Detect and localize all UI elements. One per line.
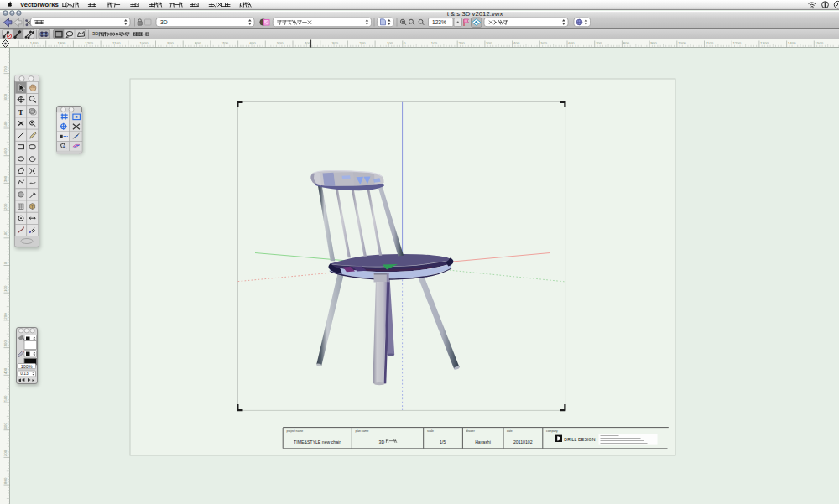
svg-text:200: 200	[3, 203, 8, 210]
svg-text:300: 300	[486, 41, 492, 45]
svg-text:1300: 1300	[58, 41, 66, 45]
svg-text:800: 800	[3, 477, 8, 484]
svg-text:0.13: 0.13	[20, 372, 29, 376]
svg-text:3D: 3D	[92, 31, 98, 36]
svg-text:500: 500	[541, 41, 548, 45]
svg-text:400: 400	[513, 41, 520, 45]
svg-text:300: 300	[3, 175, 8, 182]
svg-text:1500: 1500	[816, 41, 824, 45]
svg-text:3D: 3D	[160, 19, 168, 25]
svg-text:100: 100	[387, 41, 393, 45]
svg-text:1100: 1100	[112, 41, 121, 45]
svg-text:1100: 1100	[706, 41, 714, 45]
svg-text:1300: 1300	[760, 41, 769, 45]
svg-text:400: 400	[3, 148, 8, 155]
svg-text:1000: 1000	[140, 41, 149, 45]
svg-text:0: 0	[3, 262, 8, 264]
svg-text:600: 600	[568, 41, 575, 45]
svg-text:1400: 1400	[30, 41, 39, 45]
svg-text:600: 600	[3, 423, 8, 429]
svg-text:1200: 1200	[732, 41, 741, 45]
svg-text:400: 400	[3, 367, 8, 374]
svg-text:600: 600	[3, 93, 8, 100]
svg-text:300: 300	[332, 41, 339, 45]
svg-text:500: 500	[3, 121, 8, 127]
svg-text:123%: 123%	[432, 19, 446, 25]
svg-text:200: 200	[359, 41, 366, 45]
svg-text:100: 100	[3, 285, 8, 292]
svg-text:500: 500	[3, 395, 8, 402]
svg-text:600: 600	[249, 41, 256, 45]
svg-text:1000: 1000	[678, 41, 686, 45]
svg-text:100: 100	[3, 231, 8, 237]
svg-text:200: 200	[458, 41, 465, 45]
svg-text:100%: 100%	[21, 363, 33, 368]
svg-text:200: 200	[3, 313, 8, 320]
svg-text:800: 800	[195, 41, 201, 45]
svg-text:1400: 1400	[788, 41, 796, 45]
svg-text:800: 800	[623, 41, 630, 45]
svg-text:1200: 1200	[85, 41, 93, 45]
svg-text:700: 700	[3, 449, 8, 456]
svg-text:700: 700	[3, 66, 8, 73]
svg-text:100: 100	[431, 41, 438, 45]
svg-text:700: 700	[596, 41, 602, 45]
svg-text:500: 500	[277, 41, 284, 45]
svg-text:300: 300	[3, 340, 8, 347]
svg-text:0: 0	[404, 41, 406, 45]
svg-text:900: 900	[650, 41, 657, 45]
svg-text:900: 900	[167, 41, 174, 45]
svg-text:T: T	[18, 108, 23, 117]
svg-text:700: 700	[222, 41, 229, 45]
